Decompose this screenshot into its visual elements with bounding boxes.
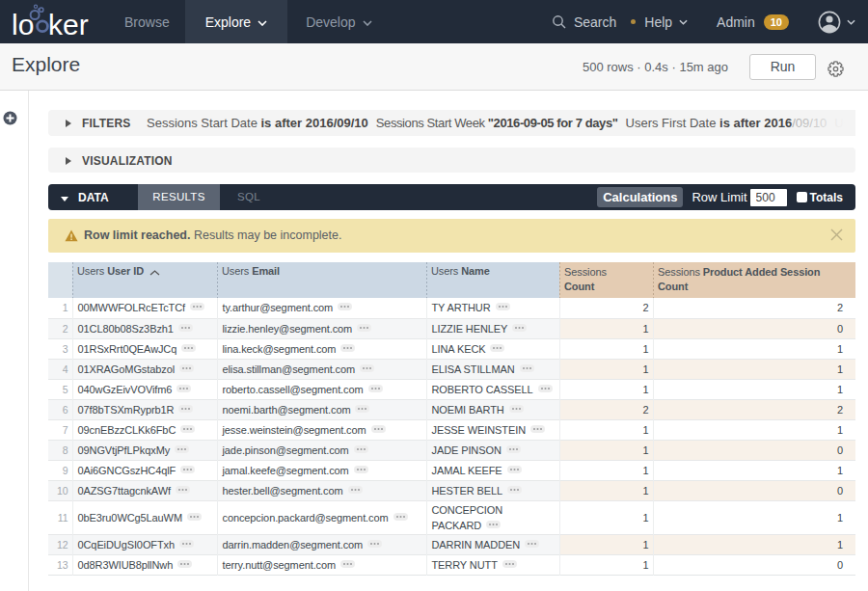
svg-text:ker: ker: [48, 9, 89, 40]
